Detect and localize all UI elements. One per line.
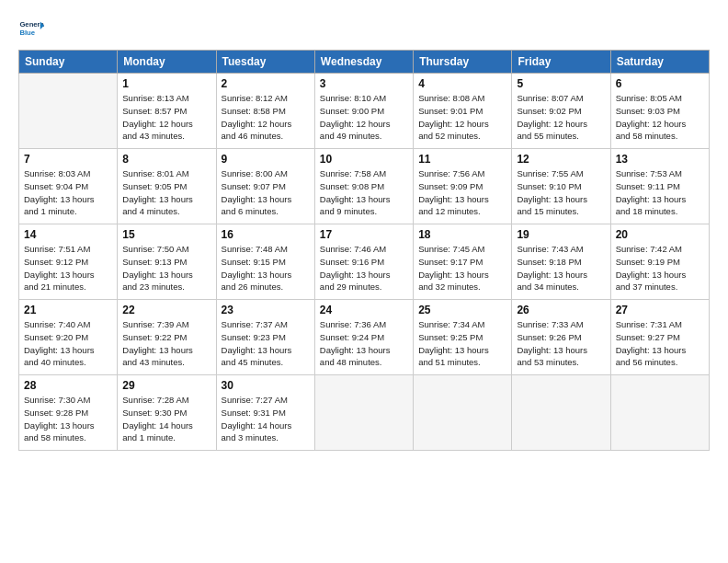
calendar-cell: 23Sunrise: 7:37 AMSunset: 9:23 PMDayligh… xyxy=(216,300,314,375)
day-number: 16 xyxy=(222,228,310,241)
day-info: Sunrise: 8:12 AMSunset: 8:58 PMDaylight:… xyxy=(222,92,310,143)
week-row-5: 28Sunrise: 7:30 AMSunset: 9:28 PMDayligh… xyxy=(19,375,710,451)
day-number: 3 xyxy=(320,77,408,90)
calendar-cell: 21Sunrise: 7:40 AMSunset: 9:20 PMDayligh… xyxy=(19,300,118,375)
day-number: 8 xyxy=(122,153,210,166)
calendar-cell: 17Sunrise: 7:46 AMSunset: 9:16 PMDayligh… xyxy=(314,224,413,300)
weekday-sunday: Sunday xyxy=(19,51,118,74)
logo-icon: General Blue xyxy=(18,17,44,42)
day-info: Sunrise: 7:30 AMSunset: 9:28 PMDaylight:… xyxy=(24,394,112,444)
day-info: Sunrise: 7:39 AMSunset: 9:22 PMDaylight:… xyxy=(122,318,210,369)
calendar-cell: 9Sunrise: 8:00 AMSunset: 9:07 PMDaylight… xyxy=(216,149,314,224)
day-info: Sunrise: 8:03 AMSunset: 9:04 PMDaylight:… xyxy=(24,167,112,218)
day-info: Sunrise: 7:36 AMSunset: 9:24 PMDaylight:… xyxy=(320,318,408,369)
calendar-cell: 25Sunrise: 7:34 AMSunset: 9:25 PMDayligh… xyxy=(414,300,512,375)
calendar-cell: 8Sunrise: 8:01 AMSunset: 9:05 PMDaylight… xyxy=(118,149,216,224)
day-number: 26 xyxy=(517,304,605,316)
calendar-cell: 28Sunrise: 7:30 AMSunset: 9:28 PMDayligh… xyxy=(19,375,118,451)
calendar-cell: 4Sunrise: 8:08 AMSunset: 9:01 PMDaylight… xyxy=(414,74,512,149)
day-info: Sunrise: 8:05 AMSunset: 9:03 PMDaylight:… xyxy=(616,92,704,143)
day-number: 14 xyxy=(24,228,112,241)
day-info: Sunrise: 8:01 AMSunset: 9:05 PMDaylight:… xyxy=(122,167,210,218)
day-number: 18 xyxy=(418,228,506,241)
day-info: Sunrise: 7:37 AMSunset: 9:23 PMDaylight:… xyxy=(222,318,310,369)
calendar-cell: 19Sunrise: 7:43 AMSunset: 9:18 PMDayligh… xyxy=(512,224,610,300)
calendar-cell: 29Sunrise: 7:28 AMSunset: 9:30 PMDayligh… xyxy=(118,375,216,451)
calendar-cell xyxy=(512,375,610,451)
day-number: 29 xyxy=(122,379,210,392)
day-number: 11 xyxy=(418,153,506,166)
calendar-cell: 13Sunrise: 7:53 AMSunset: 9:11 PMDayligh… xyxy=(610,149,709,224)
day-number: 21 xyxy=(24,304,112,316)
day-info: Sunrise: 7:50 AMSunset: 9:13 PMDaylight:… xyxy=(122,243,210,293)
day-number: 15 xyxy=(122,228,210,241)
header: General Blue xyxy=(18,17,710,42)
day-number: 13 xyxy=(616,153,704,166)
day-info: Sunrise: 8:08 AMSunset: 9:01 PMDaylight:… xyxy=(418,92,506,143)
day-info: Sunrise: 7:45 AMSunset: 9:17 PMDaylight:… xyxy=(418,243,506,293)
weekday-monday: Monday xyxy=(118,51,216,74)
day-number: 30 xyxy=(222,379,310,392)
day-number: 2 xyxy=(222,77,310,90)
week-row-3: 14Sunrise: 7:51 AMSunset: 9:12 PMDayligh… xyxy=(19,224,710,300)
day-number: 9 xyxy=(222,153,310,166)
calendar-table: SundayMondayTuesdayWednesdayThursdayFrid… xyxy=(18,50,710,451)
week-row-4: 21Sunrise: 7:40 AMSunset: 9:20 PMDayligh… xyxy=(19,300,710,375)
page: General Blue SundayMondayTuesdayWednesda… xyxy=(0,0,728,563)
day-info: Sunrise: 7:56 AMSunset: 9:09 PMDaylight:… xyxy=(418,167,506,218)
calendar-cell: 15Sunrise: 7:50 AMSunset: 9:13 PMDayligh… xyxy=(118,224,216,300)
day-number: 25 xyxy=(418,304,506,316)
day-number: 23 xyxy=(222,304,310,316)
day-info: Sunrise: 8:07 AMSunset: 9:02 PMDaylight:… xyxy=(517,92,605,143)
day-info: Sunrise: 7:43 AMSunset: 9:18 PMDaylight:… xyxy=(517,243,605,293)
day-number: 4 xyxy=(418,77,506,90)
calendar-cell: 12Sunrise: 7:55 AMSunset: 9:10 PMDayligh… xyxy=(512,149,610,224)
calendar-cell: 10Sunrise: 7:58 AMSunset: 9:08 PMDayligh… xyxy=(314,149,413,224)
calendar-cell: 27Sunrise: 7:31 AMSunset: 9:27 PMDayligh… xyxy=(610,300,709,375)
weekday-thursday: Thursday xyxy=(414,51,512,74)
day-number: 7 xyxy=(24,153,112,166)
calendar-cell: 18Sunrise: 7:45 AMSunset: 9:17 PMDayligh… xyxy=(414,224,512,300)
weekday-header-row: SundayMondayTuesdayWednesdayThursdayFrid… xyxy=(19,51,710,74)
calendar-cell: 16Sunrise: 7:48 AMSunset: 9:15 PMDayligh… xyxy=(216,224,314,300)
calendar-cell: 20Sunrise: 7:42 AMSunset: 9:19 PMDayligh… xyxy=(610,224,709,300)
day-number: 5 xyxy=(517,77,605,90)
calendar-cell xyxy=(314,375,413,451)
calendar-cell: 26Sunrise: 7:33 AMSunset: 9:26 PMDayligh… xyxy=(512,300,610,375)
logo: General Blue xyxy=(18,17,44,42)
weekday-wednesday: Wednesday xyxy=(314,51,413,74)
weekday-tuesday: Tuesday xyxy=(216,51,314,74)
calendar-cell: 3Sunrise: 8:10 AMSunset: 9:00 PMDaylight… xyxy=(314,74,413,149)
day-info: Sunrise: 7:53 AMSunset: 9:11 PMDaylight:… xyxy=(616,167,704,218)
week-row-2: 7Sunrise: 8:03 AMSunset: 9:04 PMDaylight… xyxy=(19,149,710,224)
calendar-cell: 7Sunrise: 8:03 AMSunset: 9:04 PMDaylight… xyxy=(19,149,118,224)
day-info: Sunrise: 7:27 AMSunset: 9:31 PMDaylight:… xyxy=(222,394,310,444)
calendar-cell: 1Sunrise: 8:13 AMSunset: 8:57 PMDaylight… xyxy=(118,74,216,149)
day-info: Sunrise: 7:46 AMSunset: 9:16 PMDaylight:… xyxy=(320,243,408,293)
calendar-cell: 30Sunrise: 7:27 AMSunset: 9:31 PMDayligh… xyxy=(216,375,314,451)
day-info: Sunrise: 8:10 AMSunset: 9:00 PMDaylight:… xyxy=(320,92,408,143)
day-info: Sunrise: 7:42 AMSunset: 9:19 PMDaylight:… xyxy=(616,243,704,293)
day-info: Sunrise: 8:00 AMSunset: 9:07 PMDaylight:… xyxy=(222,167,310,218)
day-number: 22 xyxy=(122,304,210,316)
day-number: 17 xyxy=(320,228,408,241)
day-number: 10 xyxy=(320,153,408,166)
day-number: 24 xyxy=(320,304,408,316)
day-number: 20 xyxy=(616,228,704,241)
day-info: Sunrise: 8:13 AMSunset: 8:57 PMDaylight:… xyxy=(122,92,210,143)
day-info: Sunrise: 7:48 AMSunset: 9:15 PMDaylight:… xyxy=(222,243,310,293)
calendar-cell: 24Sunrise: 7:36 AMSunset: 9:24 PMDayligh… xyxy=(314,300,413,375)
day-info: Sunrise: 7:28 AMSunset: 9:30 PMDaylight:… xyxy=(122,394,210,444)
calendar-cell: 11Sunrise: 7:56 AMSunset: 9:09 PMDayligh… xyxy=(414,149,512,224)
calendar-cell: 14Sunrise: 7:51 AMSunset: 9:12 PMDayligh… xyxy=(19,224,118,300)
calendar-cell: 22Sunrise: 7:39 AMSunset: 9:22 PMDayligh… xyxy=(118,300,216,375)
calendar-cell: 5Sunrise: 8:07 AMSunset: 9:02 PMDaylight… xyxy=(512,74,610,149)
day-number: 27 xyxy=(616,304,704,316)
day-number: 12 xyxy=(517,153,605,166)
calendar-cell xyxy=(19,74,118,149)
day-info: Sunrise: 7:55 AMSunset: 9:10 PMDaylight:… xyxy=(517,167,605,218)
calendar-cell: 2Sunrise: 8:12 AMSunset: 8:58 PMDaylight… xyxy=(216,74,314,149)
day-number: 19 xyxy=(517,228,605,241)
calendar-cell: 6Sunrise: 8:05 AMSunset: 9:03 PMDaylight… xyxy=(610,74,709,149)
day-number: 28 xyxy=(24,379,112,392)
